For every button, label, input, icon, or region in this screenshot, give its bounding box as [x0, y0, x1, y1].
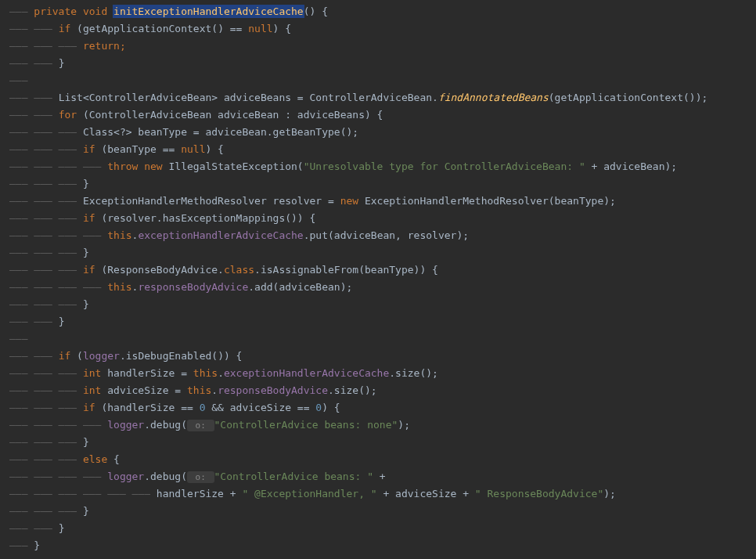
- code-text: .: [328, 384, 334, 396]
- code-line[interactable]: ——— ——— ——— ——— this.responseBodyAdvice.…: [0, 279, 756, 296]
- indent-guide: ——— ——— ———: [9, 40, 83, 52]
- code-text: .: [389, 367, 395, 379]
- indent-guide: ——— ——— ———: [9, 143, 83, 155]
- string-literal: " ResponseBodyAdvice": [475, 488, 603, 499]
- code-text: && adviceSize ==: [205, 402, 315, 413]
- code-line[interactable]: ——— ——— ——— int handlerSize = this.excep…: [0, 365, 756, 382]
- method-call: size: [395, 367, 419, 379]
- method-call: isDebugEnabled: [126, 350, 212, 362]
- indent-guide: ——— ——— ———: [9, 126, 83, 138]
- code-text: ()) {: [285, 212, 315, 224]
- parameter-hint: o:: [187, 471, 214, 483]
- code-text: + adviceSize +: [377, 488, 475, 499]
- code-line[interactable]: ——— ——— if (logger.isDebugEnabled()) {: [0, 348, 756, 365]
- code-line[interactable]: ——— ——— ——— }: [0, 244, 756, 261]
- indent-guide: ——— ———: [9, 57, 59, 69]
- code-line[interactable]: ——— ——— for (ControllerAdviceBean advice…: [0, 106, 756, 124]
- code-text: + adviceBean);: [585, 160, 677, 172]
- indent-guide: ——— ——— ——— ———: [9, 419, 107, 431]
- code-line[interactable]: ——— ——— if (getApplicationContext() == n…: [0, 20, 756, 38]
- keyword: new: [340, 195, 358, 207]
- code-line[interactable]: ——— private void initExceptionHandlerAdv…: [0, 3, 756, 20]
- code-line[interactable]: ——— ——— ——— ——— ——— ——— handlerSize + " …: [0, 485, 756, 503]
- code-line[interactable]: ——— ——— ——— else {: [0, 451, 756, 468]
- code-line[interactable]: ——— }: [0, 537, 756, 554]
- indent-guide: ———: [9, 333, 34, 344]
- method-call: getApplicationContext: [83, 23, 211, 34]
- keyword: throw new: [107, 160, 162, 172]
- code-editor[interactable]: ——— private void initExceptionHandlerAdv…: [0, 0, 756, 557]
- code-text: .: [218, 367, 224, 379]
- indent-guide: ——— ——— ———: [9, 298, 83, 310]
- method-call: put: [310, 229, 328, 241]
- code-line[interactable]: ——— ——— ——— return;: [0, 38, 756, 55]
- indent-guide: ——— ——— ——— ———: [9, 471, 107, 482]
- indent-guide: ——— ——— ———: [9, 195, 83, 207]
- code-line[interactable]: ——— ——— ——— if (handlerSize == 0 && advi…: [0, 399, 756, 417]
- indent-guide: ———: [9, 74, 34, 86]
- keyword: int: [83, 384, 101, 396]
- parameter-hint: o:: [187, 420, 214, 431]
- keyword: this: [107, 281, 131, 293]
- code-line[interactable]: ———: [0, 72, 756, 89]
- code-text: }: [83, 247, 89, 258]
- code-line[interactable]: ——— ——— ——— if (resolver.hasExceptionMap…: [0, 210, 756, 227]
- code-text: ExceptionHandlerMethodResolver resolver …: [83, 195, 340, 207]
- code-text: }: [59, 522, 65, 534]
- code-text: {: [107, 453, 120, 465]
- code-line[interactable]: ——— ——— ——— int adviceSize = this.respon…: [0, 382, 756, 399]
- code-text: .: [120, 350, 126, 362]
- indent-guide: ——— ——— ——— ———: [9, 160, 107, 172]
- indent-guide: ——— ——— ———: [9, 402, 83, 413]
- code-text: ) {: [322, 402, 340, 413]
- code-line[interactable]: ——— ——— }: [0, 520, 756, 537]
- code-line[interactable]: ——— ——— ——— }: [0, 503, 756, 520]
- code-text: handlerSize =: [101, 367, 193, 379]
- string-literal: "ControllerAdvice beans: none": [214, 419, 398, 431]
- code-text: (beanType ==: [95, 143, 182, 155]
- code-line[interactable]: ——— ——— ——— ExceptionHandlerMethodResolv…: [0, 193, 756, 210]
- code-line[interactable]: ——— ——— ——— if (ResponseBodyAdvice.class…: [0, 261, 756, 279]
- indent-guide: ——— ——— ———: [9, 264, 83, 276]
- code-text: ();: [358, 384, 376, 396]
- code-line[interactable]: ——— ——— ——— ——— throw new IllegalStateEx…: [0, 158, 756, 175]
- keyword: if: [59, 350, 71, 362]
- indent-guide: ——— ——— ——— ——— ——— ———: [9, 488, 157, 499]
- keyword: if: [59, 23, 71, 34]
- code-line[interactable]: ——— ——— ——— if (beanType == null) {: [0, 141, 756, 158]
- code-line[interactable]: ——— ——— ——— }: [0, 296, 756, 313]
- string-literal: " @ExceptionHandler, ": [242, 488, 376, 499]
- code-line[interactable]: ———: [0, 330, 756, 348]
- indent-guide: ——— ——— ———: [9, 505, 83, 517]
- code-text: }: [59, 316, 65, 327]
- indent-guide: ——— ——— ———: [9, 384, 83, 396]
- code-line[interactable]: ——— ——— ——— ——— logger.debug( o: "Contro…: [0, 417, 756, 434]
- code-line[interactable]: ——— ——— ——— }: [0, 434, 756, 451]
- string-literal: "Unresolvable type for ControllerAdviceB…: [304, 160, 585, 172]
- indent-guide: ——— ——— ———: [9, 453, 83, 465]
- code-line[interactable]: ——— ——— ——— ——— this.exceptionHandlerAdv…: [0, 227, 756, 244]
- code-text: (: [181, 419, 187, 431]
- code-text: ;: [120, 40, 126, 52]
- code-text: ());: [683, 92, 707, 103]
- code-line[interactable]: ——— ——— ——— Class<?> beanType = adviceBe…: [0, 124, 756, 141]
- code-text: +: [373, 471, 386, 482]
- field-ref: logger: [83, 350, 120, 362]
- keyword: this: [107, 229, 131, 241]
- method-call: add: [254, 281, 272, 293]
- code-line[interactable]: ——— ——— List<ControllerAdviceBean> advic…: [0, 89, 756, 106]
- indent-guide: ——— ———: [9, 350, 59, 362]
- field-ref: responseBodyAdvice: [138, 281, 248, 293]
- code-line[interactable]: ——— ——— ——— ——— logger.debug( o: "Contro…: [0, 468, 756, 485]
- method-call: getApplicationContext: [555, 92, 683, 103]
- code-line[interactable]: ——— ——— ——— }: [0, 175, 756, 193]
- method-call: isAssignableFrom: [261, 264, 358, 276]
- static-method: findAnnotatedBeans: [438, 92, 549, 103]
- string-literal: "ControllerAdvice beans: ": [214, 471, 374, 482]
- code-line[interactable]: ——— ——— }: [0, 55, 756, 72]
- keyword: null: [248, 23, 272, 34]
- code-line[interactable]: ——— ——— }: [0, 313, 756, 330]
- code-text: adviceSize =: [101, 384, 187, 396]
- method-call: debug: [150, 419, 181, 431]
- code-text: handlerSize +: [157, 488, 243, 499]
